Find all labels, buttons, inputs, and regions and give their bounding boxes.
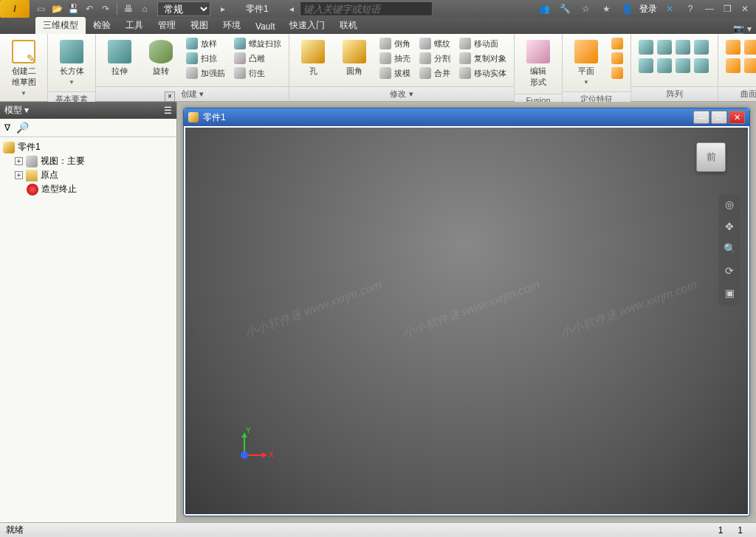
box-button[interactable]: 长方体 ▼ [52,37,91,89]
3d-viewport[interactable]: 前 ◎ ✥ 🔍 ⟳ ▣ X Y 小小软件迷 www.xxrjm.com 小小软件… [185,128,748,514]
filter-icon[interactable]: ∇ [4,122,10,133]
surf1-icon[interactable] [726,40,740,55]
model-tree: 零件1 + 视图：主要 + 原点 造型终止 [0,137,176,199]
revolve-button[interactable]: 旋转 [142,37,180,80]
camera-icon[interactable]: 📷 [733,24,744,34]
gear-icon[interactable]: ▾ [747,24,752,34]
group-label[interactable]: 创建 ▾ [96,86,289,101]
qa-play-icon[interactable]: ▸ [216,1,230,16]
split-button[interactable]: 分割 [416,52,453,65]
qa-undo-icon[interactable]: ↶ [82,1,97,16]
surf2-icon[interactable] [744,40,756,55]
child-close-icon[interactable]: ✕ [729,111,745,124]
pattern-rect-icon[interactable] [639,40,653,55]
tree-node-origin[interactable]: + 原点 [3,168,173,182]
qa-open-icon[interactable]: 📂 [49,1,64,16]
child-minimize-icon[interactable]: — [693,111,709,124]
create-2d-sketch-button[interactable]: 创建二维草图 ▼ [4,37,43,100]
zoom-icon[interactable]: 🔍 [722,243,737,257]
qa-new-icon[interactable]: ▭ [33,1,48,16]
loft-button[interactable]: 放样 [183,37,228,50]
qa-redo-icon[interactable]: ↷ [98,1,113,16]
browser-close-icon[interactable]: × [165,91,175,102]
thread-button[interactable]: 螺纹 [416,37,453,50]
qa-save-icon[interactable]: 💾 [66,1,80,16]
emboss-button[interactable]: 凸雕 [231,52,284,65]
star-icon[interactable]: ☆ [578,1,593,16]
surf5-icon[interactable] [744,58,756,73]
plane-button[interactable]: 平面 ▼ [567,37,605,89]
tab-view[interactable]: 视图 [183,17,216,34]
group-label[interactable]: 曲面 ▾ [718,86,756,101]
expand-icon[interactable]: + [15,157,23,165]
pattern-circ-icon[interactable] [657,40,672,55]
user-icon[interactable]: 👤 [619,1,634,16]
tree-node-views[interactable]: + 视图：主要 [3,154,173,168]
pattern5-icon[interactable] [639,58,653,73]
pattern8-icon[interactable] [694,58,709,73]
group-sketch: 创建二维草图 ▼ 草图 [0,34,48,101]
app-icon[interactable]: I [0,0,30,18]
binoculars-icon[interactable]: 👥 [537,1,551,16]
movebody-button[interactable]: 移动实体 [456,66,509,80]
thread-icon [419,38,431,49]
derive-button[interactable]: 衍生 [231,66,284,80]
tab-online[interactable]: 联机 [332,17,365,34]
help-icon[interactable]: ? [683,1,698,16]
mirror-icon[interactable] [676,40,690,55]
combine-button[interactable]: 合并 [416,66,453,80]
shell-button[interactable]: 抽壳 [377,52,413,65]
tab-manage[interactable]: 管理 [151,17,183,34]
copyobj-button[interactable]: 复制对象 [456,52,509,65]
pattern6-icon[interactable] [657,58,672,73]
group-label[interactable]: 修改 ▾ [289,86,514,101]
lookat-icon[interactable]: ▣ [722,287,737,302]
expand-icon[interactable]: + [15,171,23,179]
fillet-button[interactable]: 圆角 [335,37,374,80]
qa-home-icon[interactable]: ⌂ [137,1,152,16]
sweep-button[interactable]: 扫掠 [183,52,228,65]
minimize-icon[interactable]: — [703,3,716,15]
surf4-icon[interactable] [726,58,740,73]
tab-getstarted[interactable]: 快速入门 [282,17,332,34]
edit-form-button[interactable]: 编辑 形式 [519,37,557,91]
browser-title[interactable]: 模型 ▾ [4,104,29,117]
chamfer-button[interactable]: 倒角 [377,37,413,50]
tab-3dmodel[interactable]: 三维模型 [35,17,86,34]
favorite-icon[interactable]: ★ [599,1,614,16]
draft-button[interactable]: 拔模 [377,66,413,80]
axis-button[interactable] [608,37,626,50]
exchange-icon[interactable]: ✕ [662,1,677,16]
qa-print-icon[interactable]: 🖶 [121,1,136,16]
orbit-icon[interactable]: ⟳ [722,265,737,280]
qa-nav-left-icon[interactable]: ◂ [284,1,299,16]
browser-menu-icon[interactable]: ☰ [164,105,172,116]
viewcube[interactable]: 前 [696,142,726,172]
pan-icon[interactable]: ✥ [722,221,737,235]
tab-inspect[interactable]: 检验 [86,17,118,34]
extrude-button[interactable]: 拉伸 [100,37,139,80]
coil-button[interactable]: 螺旋扫掠 [231,37,284,50]
login-link[interactable]: 登录 [639,3,657,15]
find-icon[interactable]: 🔎 [16,122,29,134]
child-window-titlebar[interactable]: 零件1 — □ ✕ [184,108,749,126]
point-button[interactable] [608,52,626,65]
steering-wheel-icon[interactable]: ◎ [722,198,737,213]
tree-node-end[interactable]: 造型终止 [3,182,173,196]
search-input[interactable] [300,1,433,16]
tab-tools[interactable]: 工具 [118,17,151,34]
pattern4-icon[interactable] [694,40,709,55]
key-icon[interactable]: 🔧 [557,1,572,16]
pattern7-icon[interactable] [676,58,690,73]
ucs-button[interactable] [608,66,626,80]
rib-button[interactable]: 加强筋 [183,66,228,80]
hole-button[interactable]: 孔 [294,37,332,80]
visual-style-select[interactable]: 常规 [157,1,210,16]
child-maximize-icon[interactable]: □ [711,111,727,124]
tab-vault[interactable]: Vault [248,19,282,34]
tab-environments[interactable]: 环境 [216,17,248,34]
restore-icon[interactable]: ❐ [721,3,734,15]
moveface-button[interactable]: 移动面 [456,37,509,50]
tree-root[interactable]: 零件1 [3,140,173,154]
close-icon[interactable]: ✕ [738,3,752,15]
